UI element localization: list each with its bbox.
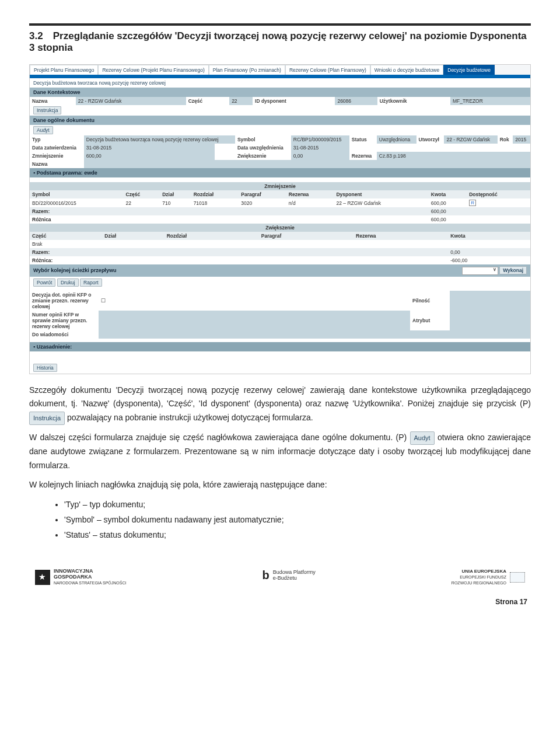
section-uzasadnienie[interactable]: ▪ Uzasadnienie:: [30, 342, 530, 351]
logo1-line3: NARODOWA STRATEGIA SPÓJNOŚCI: [54, 581, 126, 585]
zmn-label: Zmniejszenie: [30, 152, 84, 160]
atrybut-value: [450, 311, 530, 330]
typ-label: Typ: [30, 135, 84, 144]
zwiek-value: 0,00: [291, 152, 349, 160]
logo-eu: UNIA EUROPEJSKA EUROPEJSKI FUNDUSZ ROZWO…: [452, 569, 525, 586]
logo-innowacyjna: INNOWACYJNA GOSPODARKA NARODOWA STRATEGI…: [35, 569, 126, 586]
top-divider: [29, 23, 531, 26]
dec-opinii-label: Decyzja dot. opinii KFP o zmianie przezn…: [30, 291, 99, 311]
tab-rezerwy-plan[interactable]: Rezerwy Celowe (Plan Finansowy): [285, 65, 370, 75]
raport-button[interactable]: Raport: [80, 278, 102, 287]
razem-label: Razem:: [30, 207, 429, 215]
tab-rezerwy-projekt[interactable]: Rezerwy Celowe (Projekt Planu Finansoweg…: [98, 65, 208, 75]
col-czesc: Część: [124, 190, 160, 198]
nazwa2-label: Nazwa: [30, 160, 84, 168]
heading-title: Przeglądanie szczegółów 'Decyzji tworząc…: [29, 30, 527, 53]
zcol-rezerwa: Rezerwa: [354, 232, 448, 240]
historia-button[interactable]: Historia: [33, 364, 57, 372]
zwiekszenie-header: Zwiększenie: [30, 224, 530, 232]
inline-instrukcja-button: Instrukcja: [29, 412, 65, 425]
tab-decyzje[interactable]: Decyzje budżetowe: [443, 65, 495, 75]
col-symbol: Symbol: [30, 190, 124, 198]
audyt-button[interactable]: Audyt: [33, 126, 53, 134]
tab-plan-po-zmianach[interactable]: Plan Finansowy (Po zmianach): [209, 65, 285, 75]
drukuj-button[interactable]: Drukuj: [57, 278, 79, 287]
rok-label: Rok: [498, 135, 513, 144]
cell-symbol: BD/22/000016/2015: [30, 198, 124, 207]
roznica2-label: Różnica:: [30, 256, 448, 264]
eu-flag-icon: [510, 572, 525, 583]
zcol-rozdzial: Rozdział: [164, 232, 259, 240]
uzasadnienie-label: Uzasadnienie:: [37, 344, 72, 350]
typ-value: Decyzja budżetowa tworząca nową pozycję …: [84, 135, 235, 144]
zmniejszenie-header: Zmniejszenie: [30, 182, 530, 190]
data-zatw-value: 31-08-2015: [84, 144, 215, 152]
section-dane-kontekstowe: Dane Kontekstowe: [30, 88, 530, 97]
podstawa-label: Podstawa prawna: ewde: [37, 170, 97, 176]
zcol-dzial: Dział: [102, 232, 164, 240]
para1b: pozwalający na pobranie instrukcji użytk…: [67, 413, 313, 422]
table-row: BD/22/000016/2015 22 710 71018 3020 n/d …: [30, 198, 530, 207]
nazwa2-value: [84, 160, 530, 168]
wykonaj-button[interactable]: Wykonaj: [499, 266, 527, 274]
col-paragraf: Paragraf: [239, 190, 286, 198]
zcol-paragraf: Paragraf: [259, 232, 354, 240]
nazwa-value: 22 - RZGW Gdańsk: [76, 97, 186, 105]
status-value: Uwzględniona: [377, 135, 416, 144]
id-label: ID dysponent: [253, 97, 335, 105]
pilnosc-value: [450, 291, 530, 311]
logo3-line1: UNIA EUROPEJSKA: [461, 569, 506, 574]
zmn-razem: 600,00: [429, 207, 530, 215]
body-text: Szczegóły dokumentu 'Decyzji tworzącej n…: [29, 384, 531, 493]
cell-dzial: 710: [160, 198, 191, 207]
embedded-screenshot: Projekt Planu Finansowego Rezerwy Celowe…: [29, 64, 531, 374]
czesc-value: 22: [229, 97, 253, 105]
workflow-select[interactable]: [462, 267, 498, 275]
col-rezerwa: Rezerwa: [286, 190, 334, 198]
tab-wnioski[interactable]: Wnioski o decyzje budżetowe: [370, 65, 444, 75]
r-badge[interactable]: R: [469, 200, 476, 206]
checkbox-dec-opinii[interactable]: ☐: [101, 298, 106, 304]
col-dostep: Dostępność: [467, 190, 530, 198]
col-rozdzial: Rozdział: [191, 190, 239, 198]
logo1-line2: GOSPODARKA: [54, 574, 92, 580]
uzytkownik-label: Użytkownik: [377, 97, 450, 105]
zwiek-razem: 0,00: [448, 248, 530, 256]
logo1-line1: INNOWACYJNA: [54, 568, 93, 574]
cell-rozdzial: 71018: [191, 198, 239, 207]
do-wiad-label: Do wiadomości: [30, 330, 99, 339]
wybor-label: Wybór kolejnej ścieżki przepływu: [33, 267, 116, 273]
instrukcja-button[interactable]: Instrukcja: [33, 106, 61, 114]
para1a: Szczegóły dokumentu 'Decyzji tworzącej n…: [29, 385, 531, 409]
brak-row: Brak: [30, 240, 530, 248]
b-icon: b: [262, 569, 270, 582]
section-podstawa[interactable]: ▪ Podstawa prawna: ewde: [30, 168, 530, 177]
zmn-value: 600,00: [84, 152, 215, 160]
czesc-label: Część: [186, 97, 229, 105]
rezerwa-value: Cz.83 p.198: [377, 152, 530, 160]
section-wybor: Wybór kolejnej ścieżki przepływu Wykonaj: [30, 264, 530, 277]
nazwa-label: Nazwa: [30, 97, 76, 105]
do-wiad-value: [99, 330, 530, 339]
col-dzial: Dział: [160, 190, 191, 198]
roznica-label: Różnica: [30, 215, 429, 224]
rok-value: 2015: [513, 135, 530, 144]
para2a: W dalszej części formularza znajduje się…: [29, 433, 410, 442]
section-heading: 3.2 Przeglądanie szczegółów 'Decyzji two…: [29, 30, 531, 54]
cell-paragraf: 3020: [239, 198, 286, 207]
pilnosc-label: Pilność: [410, 291, 450, 311]
col-dysponent: Dysponent: [334, 190, 428, 198]
list-item: 'Symbol' – symbol dokumentu nadawany jes…: [64, 515, 531, 524]
utworzyl-value: 22 - RZGW Gdańsk: [444, 135, 497, 144]
list-item: 'Status' – status dokumentu;: [64, 530, 531, 539]
symbol-value: RC/BP1/000009/2015: [291, 135, 349, 144]
utworzyl-label: Utworzył: [416, 135, 444, 144]
kontekst-row: Nazwa 22 - RZGW Gdańsk Część 22 ID dyspo…: [30, 97, 530, 105]
razem2-label: Razem:: [30, 248, 448, 256]
tab-projekt-planu[interactable]: Projekt Planu Finansowego: [30, 65, 98, 75]
cell-czesc: 22: [124, 198, 160, 207]
inline-audyt-button: Audyt: [410, 431, 435, 445]
para3: W kolejnych liniach nagłówka znajdują si…: [29, 478, 531, 492]
powrot-button[interactable]: Powrót: [33, 278, 55, 287]
atrybut-label: Atrybut: [410, 311, 450, 330]
